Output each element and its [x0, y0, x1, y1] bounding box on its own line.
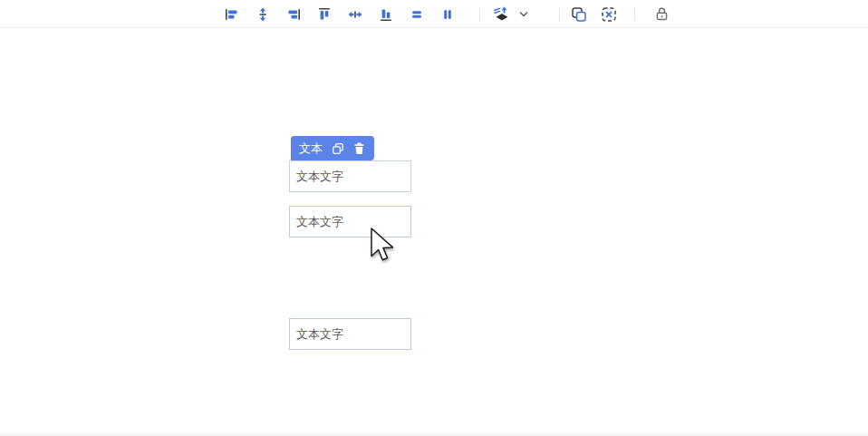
toolbar	[0, 0, 868, 28]
text-element-value: 文本文字	[296, 214, 343, 230]
selection-badge-label: 文本	[299, 140, 323, 157]
toolbar-separator	[634, 7, 635, 21]
align-bottom-icon[interactable]	[376, 3, 396, 26]
layer-order-icon[interactable]	[492, 3, 512, 26]
text-element[interactable]: 文本文字	[289, 318, 411, 350]
chevron-down-icon[interactable]	[517, 3, 530, 26]
remove-duplicate-icon[interactable]	[599, 3, 619, 26]
align-left-icon[interactable]	[222, 3, 242, 26]
text-element-value: 文本文字	[296, 326, 343, 343]
align-vertical-center-icon[interactable]	[253, 3, 273, 26]
trash-icon[interactable]	[353, 142, 365, 155]
alignment-group	[222, 0, 458, 28]
text-element-selected[interactable]: 文本文字	[289, 160, 411, 192]
layer-order-dropdown[interactable]	[492, 0, 530, 28]
distribute-horizontal-icon[interactable]	[438, 3, 458, 26]
selection-badge: 文本	[291, 136, 374, 160]
duplicate-icon[interactable]	[569, 3, 589, 26]
text-element[interactable]: 文本文字	[289, 206, 411, 237]
distribute-vertical-icon[interactable]	[407, 3, 427, 26]
align-right-icon[interactable]	[284, 3, 304, 26]
lock-icon[interactable]	[651, 3, 671, 26]
align-top-icon[interactable]	[314, 3, 334, 26]
align-horizontal-center-icon[interactable]	[345, 3, 365, 26]
toolbar-separator	[479, 7, 480, 21]
copy-icon[interactable]	[332, 142, 344, 155]
lock-group	[651, 0, 671, 28]
duplicate-group	[569, 0, 619, 28]
toolbar-separator	[559, 7, 560, 21]
text-element-value: 文本文字	[296, 169, 343, 185]
